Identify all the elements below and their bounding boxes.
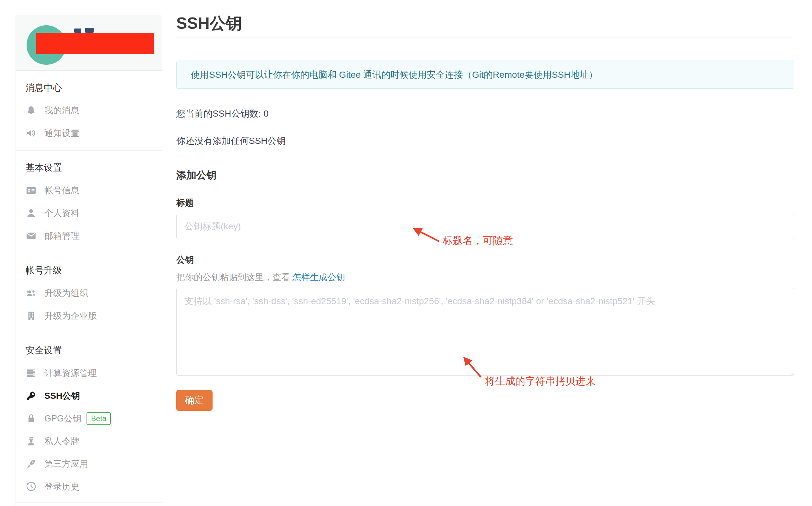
sidebar-item-label: GPG公钥	[45, 413, 81, 424]
sidebar-item-profile[interactable]: 个人资料	[16, 202, 162, 225]
public-key-textarea[interactable]	[176, 288, 794, 376]
sidebar-item-login-history[interactable]: 登录历史	[16, 475, 162, 498]
history-icon	[25, 481, 38, 492]
info-banner: 使用SSH公钥可以让你在你的电脑和 Gitee 通讯的时候使用安全连接（Git的…	[176, 61, 794, 89]
sidebar-item-my-messages[interactable]: 我的消息	[16, 99, 162, 122]
user-icon	[25, 207, 38, 219]
ssh-key-count: 您当前的SSH公钥数: 0	[176, 107, 794, 120]
sidebar-item-label: 第三方应用	[45, 458, 88, 470]
ssh-key-empty-message: 你还没有添加任何SSH公钥	[176, 135, 794, 147]
bell-icon	[25, 105, 38, 116]
speaker-icon	[25, 128, 38, 139]
sidebar-item-account-info[interactable]: 帐号信息	[16, 179, 162, 202]
key-hint-text: 把你的公钥粘贴到这里，查看	[176, 272, 293, 282]
sidebar-item-ssh-keys[interactable]: SSH公钥	[16, 385, 162, 407]
sidebar-item-label: 邮箱管理	[45, 230, 79, 242]
sidebar-item-compute-resources[interactable]: 计算资源管理	[16, 362, 162, 385]
how-to-generate-key-link[interactable]: 怎样生成公钥	[293, 272, 345, 282]
sidebar-item-private-tokens[interactable]: 私人令牌	[16, 430, 162, 452]
sidebar-item-label: 升级为组织	[45, 287, 88, 299]
sidebar-item-label: 登录历史	[45, 481, 79, 492]
envelope-icon	[25, 230, 38, 241]
main-content: SSH公钥 使用SSH公钥可以让你在你的电脑和 Gitee 通讯的时候使用安全连…	[176, 0, 794, 411]
redaction-overlay	[36, 33, 154, 54]
title-field-label: 标题	[176, 197, 794, 208]
building-icon	[25, 310, 38, 321]
sidebar-item-label: 帐号信息	[45, 185, 79, 196]
sidebar-item-notification-settings[interactable]: 通知设置	[16, 122, 162, 145]
key-hint: 把你的公钥粘贴到这里，查看 怎样生成公钥	[176, 271, 794, 283]
gpg-lock-icon	[25, 413, 38, 424]
rocket-icon	[25, 458, 38, 470]
settings-sidebar: 消息中心 我的消息 通知设置 基本设置	[15, 15, 162, 506]
sidebar-menu: 消息中心 我的消息 通知设置 基本设置	[16, 71, 162, 506]
id-card-icon	[25, 185, 38, 196]
sidebar-item-label: 计算资源管理	[45, 367, 97, 379]
section-heading: 帐号升级	[16, 259, 162, 282]
sidebar-item-third-party-apps[interactable]: 第三方应用	[16, 452, 162, 475]
users-icon	[25, 288, 38, 299]
redacted-username-peek	[85, 28, 94, 33]
sidebar-item-label: 升级为企业版	[45, 310, 97, 322]
sidebar-item-gpg-keys[interactable]: GPG公钥 Beta	[16, 407, 162, 430]
sidebar-item-label: 私人令牌	[45, 435, 79, 447]
add-key-heading: 添加公钥	[176, 168, 794, 182]
sidebar-section-security: 安全设置 计算资源管理 SSH公钥 GP	[16, 333, 162, 506]
section-heading: 基本设置	[16, 157, 162, 179]
key-field-label: 公钥	[176, 254, 794, 266]
sidebar-section-messages: 消息中心 我的消息 通知设置	[16, 71, 162, 150]
info-banner-text: 使用SSH公钥可以让你在你的电脑和 Gitee 通讯的时候使用安全连接（Git的…	[191, 69, 597, 81]
section-heading: 安全设置	[16, 339, 162, 362]
ssh-key-settings-page: 消息中心 我的消息 通知设置 基本设置	[0, 0, 812, 506]
user-secret-icon	[25, 436, 38, 447]
confirm-button[interactable]: 确定	[176, 390, 213, 411]
sidebar-item-upgrade-enterprise[interactable]: 升级为企业版	[16, 305, 162, 327]
sidebar-section-basic: 基本设置 帐号信息 个人资料 邮箱管理	[16, 150, 162, 253]
sidebar-section-upgrade: 帐号升级 升级为组织 升级为企业版	[16, 253, 162, 333]
sidebar-divider	[16, 502, 162, 503]
redacted-username-peek	[74, 28, 81, 33]
title-divider	[176, 37, 794, 38]
sidebar-item-label: 通知设置	[45, 127, 79, 139]
section-heading: 消息中心	[16, 76, 162, 99]
server-icon	[25, 368, 38, 379]
sidebar-item-label: 个人资料	[45, 207, 79, 219]
beta-badge: Beta	[86, 412, 111, 425]
sidebar-profile-header	[16, 16, 162, 71]
sidebar-item-upgrade-organization[interactable]: 升级为组织	[16, 282, 162, 305]
sidebar-item-label: SSH公钥	[45, 390, 80, 402]
sidebar-item-email-management[interactable]: 邮箱管理	[16, 225, 162, 247]
key-title-input[interactable]	[176, 214, 794, 239]
sidebar-item-label: 我的消息	[45, 105, 79, 116]
page-title: SSH公钥	[176, 14, 794, 33]
key-icon	[25, 390, 38, 401]
